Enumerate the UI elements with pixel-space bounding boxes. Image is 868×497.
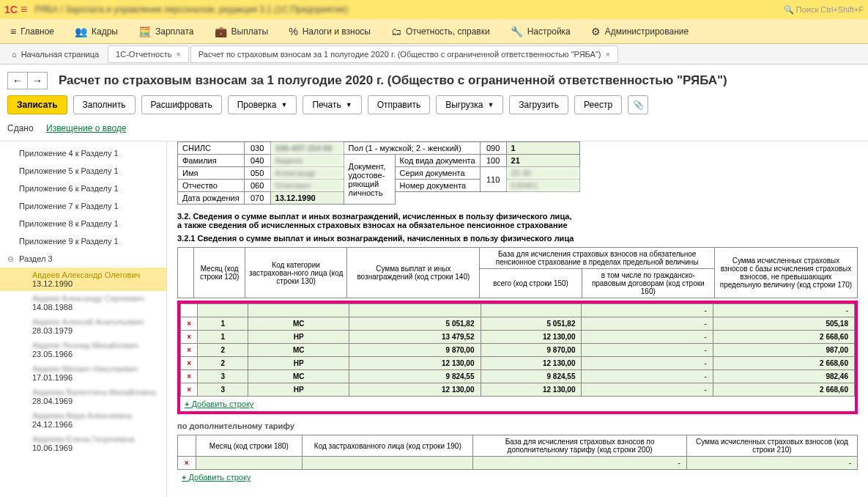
close-icon[interactable]: × — [176, 50, 180, 59]
sidebar[interactable]: Приложение 4 к Разделу 1Приложение 5 к Р… — [0, 141, 167, 497]
sidebar-section-3[interactable]: Раздел 3 — [0, 250, 166, 268]
content: Приложение 4 к Разделу 1Приложение 5 к Р… — [0, 141, 868, 497]
menu-item[interactable]: 🗂Отчетность, справки — [381, 19, 500, 43]
delete-row-icon[interactable]: × — [181, 370, 198, 383]
delete-row-icon[interactable]: × — [181, 317, 198, 331]
table-row[interactable]: × 2МС 9 870,00 9 870,00 - 987,00 — [181, 344, 855, 357]
app-logo: 1С — [4, 4, 18, 15]
main-area[interactable]: СНИЛС030156-437-154 60 Пол (1 - мужской;… — [167, 141, 868, 497]
additional-tariff-label: по дополнительному тарифу — [177, 421, 858, 430]
menu-item[interactable]: %Налоги и взносы — [278, 19, 381, 43]
titlebar: 1С ≡ РЯБА / Зарплата и управление персон… — [0, 0, 868, 19]
sidebar-person[interactable]: Авдеев Михаил Николаевич17.01.1996 — [0, 361, 166, 385]
sidebar-person[interactable]: Авдеева Вера Алексеевна24.12.1966 — [0, 408, 166, 432]
menu-label: Кадры — [92, 26, 118, 37]
sidebar-person[interactable]: Авдеев Леонид Михайлович23.05.1966 — [0, 338, 166, 361]
menu-icon: 🗂 — [391, 26, 401, 37]
sidebar-item[interactable]: Приложение 5 к Разделу 1 — [0, 162, 166, 180]
menu-item[interactable]: 👥Кадры — [64, 19, 128, 43]
chevron-down-icon: ▼ — [281, 101, 287, 108]
forward-button[interactable]: → — [27, 72, 48, 89]
load-button[interactable]: Загрузить — [509, 95, 568, 114]
sidebar-person[interactable]: Авдеева Елена Георгиевна10.06.1969 — [0, 432, 166, 455]
highlighted-rows: -- × 1МС 5 051,82 5 051,82 - 505,18 × 1Н… — [177, 301, 858, 414]
menu-label: Администрирование — [605, 26, 689, 37]
menu-item[interactable]: 🧮Зарплата — [128, 19, 204, 43]
table-row[interactable]: × 1НР 13 479,52 12 130,00 - 2 668,60 — [181, 331, 855, 344]
table-row[interactable]: × 3МС 9 824,55 9 824,55 - 982,46 — [181, 370, 855, 383]
person-date: 13.12.1990 — [32, 279, 159, 288]
person-date: 23.05.1966 — [32, 350, 159, 358]
tab-label: 1С-Отчетность — [116, 50, 171, 59]
tab-label: Начальная страница — [21, 50, 99, 59]
tab-home[interactable]: ⌂ Начальная страница — [4, 45, 106, 63]
person-name: Авдеев Александр Сергеевич — [32, 294, 159, 303]
person-name: Авдеев Леонид Михайлович — [32, 341, 159, 350]
sidebar-item[interactable]: Приложение 9 к Разделу 1 — [0, 232, 166, 250]
paperclip-icon: 📎 — [633, 100, 644, 110]
decode-button[interactable]: Расшифровать — [141, 95, 222, 114]
print-button[interactable]: Печать▼ — [303, 95, 361, 114]
menu-item[interactable]: 💼Выплаты — [204, 19, 279, 43]
unload-button[interactable]: Выгрузка▼ — [436, 95, 503, 114]
table-row[interactable]: × 3НР 12 130,00 12 130,00 - 2 668,60 — [181, 383, 855, 397]
sidebar-person[interactable]: Авдеева Валентина Михайловна28.04.1969 — [0, 385, 166, 408]
menu-icon: 🔧 — [511, 26, 523, 37]
menu-icon: 🧮 — [138, 26, 151, 37]
menu-item[interactable]: 🔧Настройка — [500, 19, 581, 43]
send-button[interactable]: Отправить — [368, 95, 431, 114]
sidebar-item[interactable]: Приложение 8 к Разделу 1 — [0, 215, 166, 232]
tab-calc[interactable]: Расчет по страховым взносам за 1 полугод… — [190, 45, 618, 63]
add-row-link[interactable]: Добавить строку — [180, 397, 258, 411]
person-name: Авдеева Валентина Михайловна — [32, 388, 159, 397]
menu-label: Выплаты — [231, 26, 269, 37]
person-name: Авдеев Александр Олегович — [32, 270, 159, 279]
sidebar-person[interactable]: Авдеев Александр Сергеевич14.08.1988 — [0, 291, 166, 314]
section-3-2-1: 3.2.1 Сведения о сумме выплат и иных воз… — [177, 234, 858, 243]
tab-bar: ⌂ Начальная страница 1С-Отчетность × Рас… — [0, 44, 868, 65]
menu-label: Отчетность, справки — [406, 26, 490, 37]
sidebar-item[interactable]: Приложение 7 к Разделу 1 — [0, 197, 166, 215]
sidebar-item[interactable]: Приложение 6 к Разделу 1 — [0, 180, 166, 197]
tab-reporting[interactable]: 1С-Отчетность × — [108, 45, 189, 63]
page-header: ← → Расчет по страховым взносам за 1 пол… — [0, 65, 868, 92]
check-button[interactable]: Проверка▼ — [228, 95, 297, 114]
back-button[interactable]: ← — [7, 72, 28, 89]
notice-link[interactable]: Извещение о вводе — [46, 123, 127, 133]
add-row-link[interactable]: Добавить строку — [177, 470, 255, 485]
registry-button[interactable]: Реестр — [574, 95, 622, 114]
tab-label: Расчет по страховым взносам за 1 полугод… — [199, 50, 601, 59]
status-badge: Сдано — [7, 123, 34, 133]
menu-icon: ⚙ — [591, 26, 601, 37]
person-date: 17.01.1996 — [32, 373, 159, 382]
additional-header-table: Месяц (код строки 180) Код застрахованно… — [177, 435, 858, 470]
attach-button[interactable]: 📎 — [628, 95, 648, 114]
person-info-table: СНИЛС030156-437-154 60 Пол (1 - мужской;… — [177, 141, 580, 205]
sidebar-person[interactable]: Авдеев Александр Олегович13.12.1990 — [0, 268, 166, 291]
close-icon[interactable]: × — [605, 50, 609, 59]
sidebar-person[interactable]: Авдеев Алексей Анатольевич28.03.1979 — [0, 314, 166, 338]
nav-buttons: ← → — [7, 72, 47, 89]
delete-row-icon[interactable]: × — [178, 457, 196, 470]
burger-icon[interactable]: ≡ — [21, 3, 27, 16]
menu-item[interactable]: ⚙Администрирование — [581, 19, 699, 43]
sidebar-item[interactable]: Приложение 4 к Разделу 1 — [0, 144, 166, 162]
fill-button[interactable]: Заполнить — [73, 95, 136, 114]
write-button[interactable]: Записать — [7, 95, 67, 114]
person-name: Авдеева Елена Георгиевна — [32, 435, 159, 443]
menu-item[interactable]: ≡Главное — [0, 19, 64, 43]
menu-icon: ≡ — [10, 26, 16, 37]
table-row[interactable]: × 1МС 5 051,82 5 051,82 - 505,18 — [181, 317, 855, 331]
delete-row-icon[interactable]: × — [181, 357, 198, 370]
delete-row-icon[interactable]: × — [181, 331, 198, 344]
menu-icon: % — [289, 26, 297, 37]
status-line: Сдано Извещение о вводе — [0, 120, 868, 141]
delete-row-icon[interactable]: × — [181, 344, 198, 357]
person-name: Авдеев Алексей Анатольевич — [32, 317, 159, 326]
payments-table: -- × 1МС 5 051,82 5 051,82 - 505,18 × 1Н… — [180, 303, 855, 397]
page-title: Расчет по страховым взносам за 1 полугод… — [59, 73, 727, 88]
home-icon: ⌂ — [12, 50, 17, 59]
search-input[interactable]: Поиск Ctrl+Shift+F — [784, 5, 864, 15]
delete-row-icon[interactable]: × — [181, 383, 198, 397]
table-row[interactable]: × 2НР 12 130,00 12 130,00 - 2 668,60 — [181, 357, 855, 370]
